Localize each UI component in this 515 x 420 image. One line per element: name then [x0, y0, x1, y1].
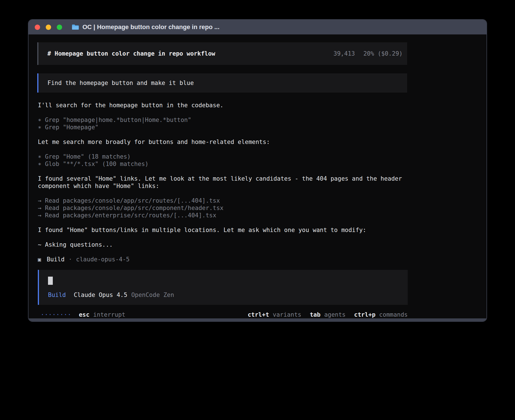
hint-label: variants — [273, 311, 301, 318]
hint-key: ctrl+p — [354, 311, 376, 318]
assistant-text: I found several "Home" links. Let me loo… — [38, 175, 402, 190]
keyboard-hint: tab agents — [310, 311, 346, 318]
tool-call-line: ∗ Grep "Home" (18 matches) — [38, 153, 407, 160]
terminal-content: # Homepage button color change in repo w… — [29, 34, 416, 318]
token-count: 39,413 — [333, 50, 355, 57]
model-name: Claude Opus 4.5 — [74, 291, 127, 299]
assistant-transcript: I'll search for the homepage button in t… — [37, 102, 407, 318]
context-usage: 20% ($0.29) — [363, 50, 403, 57]
folder-icon — [72, 24, 79, 30]
read-call-group: → Read packages/console/app/src/routes/[… — [38, 197, 407, 219]
session-title: # Homepage button color change in repo w… — [47, 50, 215, 57]
keyboard-hint: ctrl+t variants — [248, 311, 301, 318]
agent-name: Build — [47, 256, 64, 263]
hint-label: agents — [324, 311, 346, 318]
provider-name: OpenCode Zen — [131, 291, 174, 299]
tool-call-group: ∗ Grep "homepage|home.*button|Home.*butt… — [38, 116, 407, 131]
zoom-button[interactable] — [57, 25, 62, 30]
user-message-text: Find the homepage button and make it blu… — [47, 80, 194, 86]
session-header: # Homepage button color change in repo w… — [37, 42, 407, 65]
status-line: ~ Asking questions... — [38, 241, 407, 248]
spinner: ········ — [41, 311, 71, 318]
status-bar-left: ········ esc interrupt — [41, 311, 125, 318]
read-call-line: → Read packages/console/app/src/componen… — [38, 204, 407, 212]
tool-call-line: ∗ Grep "homepage|home.*button|Home.*butt… — [38, 116, 407, 124]
input-meta: Build Claude Opus 4.5 OpenCode Zen — [48, 291, 408, 299]
text-cursor — [48, 277, 53, 285]
session-stats: 39,413 20% ($0.29) — [333, 50, 403, 57]
user-message: Find the homepage button and make it blu… — [37, 73, 407, 93]
hint-key: tab — [310, 311, 320, 318]
desktop-background: { "window": { "title": "OC | Homepage bu… — [0, 0, 515, 420]
keyboard-hint: esc interrupt — [79, 311, 125, 318]
agent-separator: · — [69, 256, 72, 263]
close-button[interactable] — [35, 25, 40, 30]
minimize-button[interactable] — [46, 25, 51, 30]
agent-model: claude-opus-4-5 — [76, 256, 130, 263]
assistant-text: I found "Home" buttons/links in multiple… — [38, 226, 402, 234]
terminal-window: OC | Homepage button color change in rep… — [28, 19, 487, 322]
hint-key: ctrl+t — [248, 311, 269, 318]
mode-badge: Build — [48, 291, 66, 299]
window-bottom-edge — [29, 318, 486, 321]
status-bar: ········ esc interrupt ctrl+t variants t… — [38, 311, 408, 318]
tool-call-group: ∗ Grep "Home" (18 matches) ∗ Glob "**/*.… — [38, 153, 407, 168]
assistant-text: I'll search for the homepage button in t… — [38, 102, 402, 109]
agent-icon: ▣ — [38, 256, 41, 263]
status-bar-right: ctrl+t variants tab agents ctrl+p comman… — [248, 311, 408, 318]
tool-call-line: ∗ Glob "**/*.tsx" (100 matches) — [38, 160, 407, 168]
window-title: OC | Homepage button color change in rep… — [82, 23, 219, 31]
titlebar[interactable]: OC | Homepage button color change in rep… — [29, 20, 486, 34]
keyboard-hint: ctrl+p commands — [354, 311, 408, 318]
prompt-input[interactable]: Build Claude Opus 4.5 OpenCode Zen — [38, 270, 408, 305]
hint-label: commands — [379, 311, 408, 318]
agent-line: ▣ Build · claude-opus-4-5 — [38, 256, 407, 263]
hint-key: esc — [79, 311, 90, 318]
traffic-lights — [35, 25, 62, 30]
tool-call-line: ∗ Grep "Homepage" — [38, 124, 407, 131]
read-call-line: → Read packages/enterprise/src/routes/[.… — [38, 212, 407, 219]
window-title-wrap: OC | Homepage button color change in rep… — [72, 23, 219, 31]
hint-label: interrupt — [93, 311, 125, 318]
assistant-text: Let me search more broadly for buttons a… — [38, 138, 402, 146]
read-call-line: → Read packages/console/app/src/routes/[… — [38, 197, 407, 204]
